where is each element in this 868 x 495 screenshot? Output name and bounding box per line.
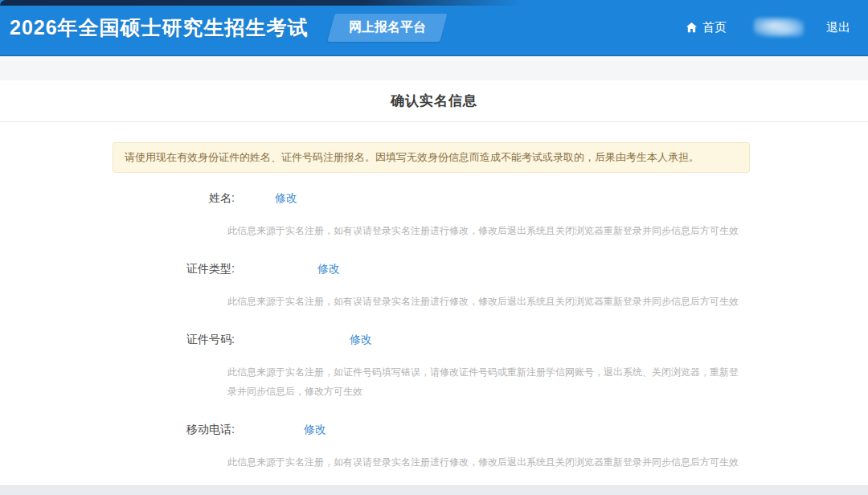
- id-type-value: [235, 262, 317, 276]
- form-row-id-number: 证件号码: 修改 此信息来源于实名注册，如证件号码填写错误，请修改证件号码或重新…: [0, 332, 868, 401]
- main-panel: 确认实名信息 请使用现在有效身份证件的姓名、证件号码注册报名。因填写无效身份信息…: [0, 80, 868, 485]
- form-row-mobile: 移动电话: 修改 此信息来源于实名注册，如有误请登录实名注册进行修改，修改后退出…: [0, 422, 868, 472]
- platform-badge-label: 网上报名平台: [349, 19, 426, 36]
- page-title-bar: 确认实名信息: [0, 80, 868, 122]
- notice-banner: 请使用现在有效身份证件的姓名、证件号码注册报名。因填写无效身份信息而造成不能考试…: [113, 142, 750, 173]
- platform-badge: 网上报名平台: [327, 14, 447, 42]
- exam-title: 2026年全国硕士研究生招生考试: [10, 14, 309, 41]
- mobile-value: [235, 423, 304, 437]
- mobile-hint: 此信息来源于实名注册，如有误请登录实名注册进行修改，修改后退出系统且关闭浏览器重…: [227, 452, 747, 472]
- home-icon: [686, 22, 698, 34]
- realname-form: 姓名: 修改 此信息来源于实名注册，如有误请登录实名注册进行修改，修改后退出系统…: [0, 190, 868, 472]
- id-number-value: [235, 333, 350, 347]
- form-row-name: 姓名: 修改 此信息来源于实名注册，如有误请登录实名注册进行修改，修改后退出系统…: [0, 190, 868, 240]
- id-number-hint: 此信息来源于实名注册，如证件号码填写错误，请修改证件号码或重新注册学信网账号，退…: [227, 362, 747, 401]
- mobile-label: 移动电话:: [0, 423, 235, 437]
- nav-logout[interactable]: 退出: [826, 20, 850, 35]
- id-type-hint: 此信息来源于实名注册，如有误请登录实名注册进行修改，修改后退出系统且关闭浏览器重…: [227, 292, 747, 311]
- nav-home-label: 首页: [702, 20, 727, 35]
- form-row-id-type: 证件类型: 修改 此信息来源于实名注册，如有误请登录实名注册进行修改，修改后退出…: [0, 261, 868, 311]
- page-title: 确认实名信息: [391, 92, 477, 110]
- header-bar: 2026年全国硕士研究生招生考试 网上报名平台 首页 退出: [0, 0, 868, 56]
- name-hint: 此信息来源于实名注册，如有误请登录实名注册进行修改，修改后退出系统且关闭浏览器重…: [227, 221, 747, 240]
- name-label: 姓名:: [0, 191, 235, 206]
- username-redacted: [754, 18, 804, 37]
- bottom-edge: [0, 485, 868, 495]
- name-value: [235, 191, 275, 206]
- name-modify-link[interactable]: 修改: [275, 191, 297, 206]
- header-nav: 首页 退出: [686, 18, 850, 37]
- nav-home[interactable]: 首页: [686, 20, 727, 35]
- window-edge-shadow: [0, 0, 521, 6]
- id-type-label: 证件类型:: [0, 262, 235, 276]
- id-number-modify-link[interactable]: 修改: [350, 333, 372, 347]
- mobile-modify-link[interactable]: 修改: [304, 423, 326, 437]
- id-number-label: 证件号码:: [0, 333, 235, 347]
- id-type-modify-link[interactable]: 修改: [317, 262, 340, 276]
